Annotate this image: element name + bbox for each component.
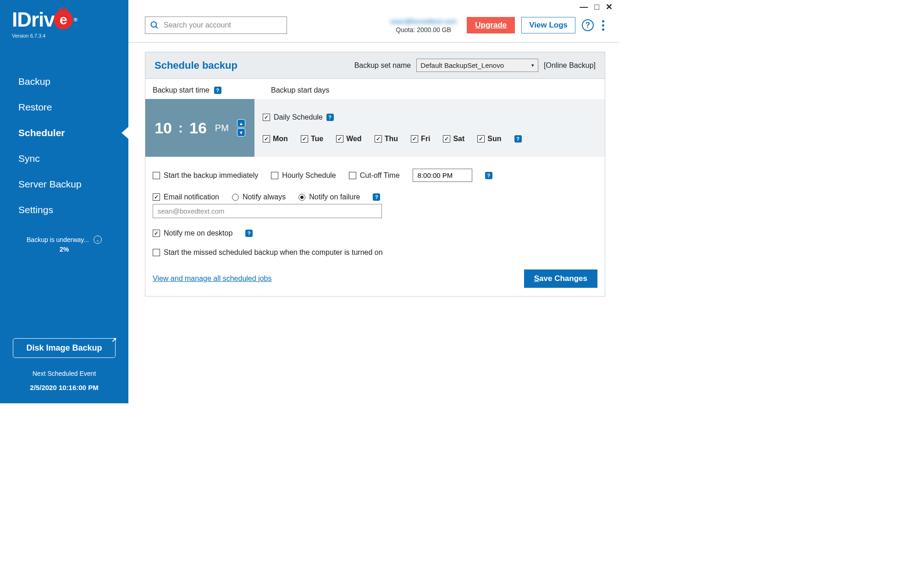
account-info: sean@boxedtext.com Quota: 2000.00 GB [390,17,457,33]
help-icon[interactable]: ? [326,114,334,121]
search-box[interactable] [145,16,287,34]
day-sat-checkbox[interactable] [443,135,450,143]
next-event-time: 2/5/2020 10:16:00 PM [13,384,116,391]
view-jobs-link[interactable]: View and manage all scheduled jobs [153,275,271,283]
panel-header: Schedule backup Backup set name Default … [145,52,605,78]
help-icon[interactable]: ? [485,172,492,179]
schedule-panel: Backup start time ? Backup start days 10… [145,78,605,297]
search-icon [150,21,159,30]
help-icon[interactable]: ? [514,135,522,143]
close-button[interactable]: ✕ [606,3,613,11]
account-quota: Quota: 2000.00 GB [390,26,457,33]
next-event-label: Next Scheduled Event [13,370,116,377]
help-icon[interactable]: ? [245,230,253,237]
email-checkbox[interactable] [153,193,160,201]
chevron-down-icon: ▾ [531,62,534,68]
notify-failure-radio[interactable] [298,194,305,201]
backup-set-label: Backup set name [354,61,411,70]
time-hour: 10 [155,119,172,137]
chevron-down-icon[interactable]: ⌄ [94,236,102,244]
minimize-button[interactable]: — [580,3,588,11]
svg-point-0 [151,22,157,27]
maximize-button[interactable]: □ [594,3,599,11]
account-email: sean@boxedtext.com [390,17,457,25]
logo-text: IDriv [12,8,55,31]
logo: IDrive® Version 6.7.3.4 [0,0,128,41]
nav-settings[interactable]: Settings [0,197,128,223]
notify-always-radio[interactable] [232,194,239,201]
day-fri-checkbox[interactable] [411,135,418,143]
time-spinner: ▲ ▼ [237,119,245,137]
mode-label: [Online Backup] [544,61,596,70]
email-input[interactable] [153,204,382,218]
logo-registered: ® [74,17,77,22]
backup-set-select[interactable]: Default BackupSet_Lenovo ▾ [416,59,538,72]
help-icon[interactable]: ? [373,193,380,201]
topbar: sean@boxedtext.com Quota: 2000.00 GB Upg… [128,0,619,43]
start-days-label: Backup start days [271,86,329,94]
cutoff-time-input[interactable] [413,169,472,182]
desktop-notify-checkbox[interactable] [153,230,160,237]
view-logs-button[interactable]: View Logs [521,17,575,33]
day-wed-checkbox[interactable] [336,135,343,143]
save-changes-button[interactable]: Save Changes [524,269,597,288]
day-tue-checkbox[interactable] [301,135,308,143]
daily-checkbox[interactable] [263,114,270,121]
logo-e-icon: e [54,10,73,29]
window-controls: — □ ✕ [580,3,613,11]
external-link-icon: ↗ [111,336,117,343]
time-picker[interactable]: 10 : 16 PM ▲ ▼ [145,99,254,157]
sidebar: IDrive® Version 6.7.3.4 Backup Restore S… [0,0,128,403]
nav-backup[interactable]: Backup [0,69,128,94]
nav-sync[interactable]: Sync [0,146,128,171]
day-thu-checkbox[interactable] [375,135,382,143]
backup-status: Backup is underway... ⌄ 2% [0,236,128,253]
nav-restore[interactable]: Restore [0,94,128,120]
help-icon[interactable]: ? [214,87,221,94]
missed-backup-checkbox[interactable] [153,249,160,256]
disk-image-backup-button[interactable]: Disk Image Backup ↗ [13,338,116,358]
upgrade-button[interactable]: Upgrade [467,17,515,33]
daily-label: Daily Schedule [274,113,323,121]
cutoff-checkbox[interactable] [349,172,356,179]
svg-line-1 [156,27,158,28]
days-row: Mon Tue Wed Thu Fri Sat Sun ? [263,135,597,143]
day-mon-checkbox[interactable] [263,135,270,143]
status-text: Backup is underway... [27,236,89,243]
help-icon[interactable]: ? [582,19,594,31]
nav-server-backup[interactable]: Server Backup [0,171,128,197]
main: sean@boxedtext.com Quota: 2000.00 GB Upg… [128,0,619,403]
immediate-checkbox[interactable] [153,172,160,179]
spinner-up[interactable]: ▲ [237,119,245,127]
day-sun-checkbox[interactable] [477,135,485,143]
spinner-down[interactable]: ▼ [237,128,245,137]
nav: Backup Restore Scheduler Sync Server Bac… [0,69,128,223]
hourly-checkbox[interactable] [271,172,278,179]
start-time-label: Backup start time [153,86,210,94]
panel-title: Schedule backup [155,60,238,71]
kebab-menu-icon[interactable] [600,18,606,33]
time-minute: 16 [189,119,207,137]
search-input[interactable] [164,21,282,29]
status-percent: 2% [9,246,119,253]
time-ampm: PM [215,123,229,133]
version-label: Version 6.7.3.4 [12,33,116,38]
nav-scheduler[interactable]: Scheduler [0,120,128,146]
